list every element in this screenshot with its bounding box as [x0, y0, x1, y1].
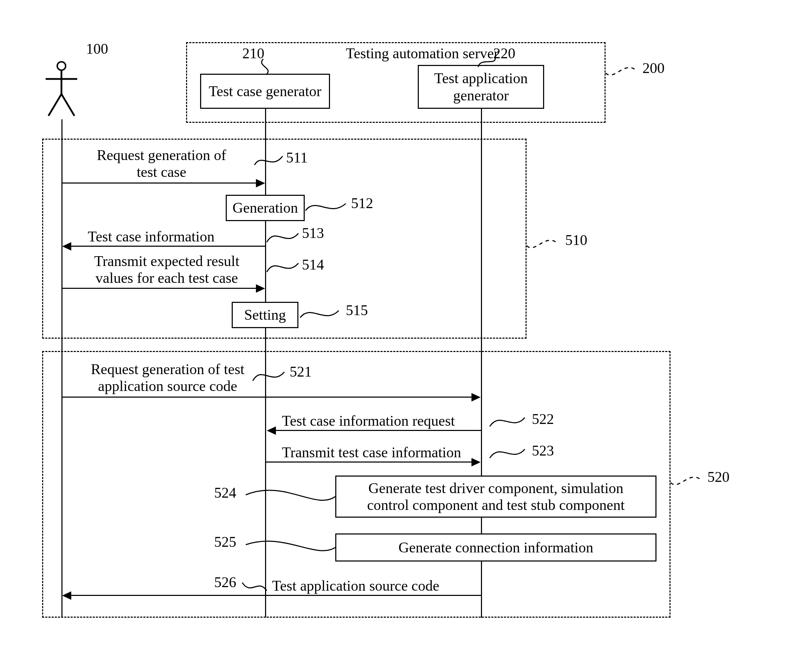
msg-523-text: Transmit test case information: [282, 444, 461, 461]
wave-515: [300, 305, 341, 323]
msg-511-text: Request generation oftest case: [74, 147, 249, 181]
msg-522-ref: 522: [532, 411, 554, 428]
arrow-523: [266, 462, 471, 462]
server-frame-title: Testing automation server: [346, 45, 499, 62]
activity-515-ref: 515: [346, 302, 368, 319]
activity-525: Generate connection information: [335, 534, 657, 561]
test-case-generator-label: Test case generator: [209, 83, 321, 100]
arrow-521: [62, 397, 471, 398]
activity-524: Generate test driver component, simulati…: [335, 475, 657, 518]
phase2-frame-ref-curve: [670, 472, 704, 496]
activity-515: Setting: [232, 302, 298, 328]
activity-524-l1: Generate test driver component, simulati…: [368, 480, 623, 496]
msg-511-ref: 511: [286, 149, 308, 166]
msg-521-text: Request generation of testapplication so…: [72, 361, 263, 395]
msg-521-ref: 521: [290, 363, 312, 380]
wave-523: [490, 444, 527, 463]
wave-511: [254, 151, 283, 168]
msg-513-text: Test case information: [88, 228, 215, 245]
activity-525-label: Generate connection information: [398, 539, 593, 556]
msg-514-text: Transmit expected resultvalues for each …: [72, 253, 261, 287]
activity-515-label: Setting: [244, 306, 286, 323]
arrow-526-head: [62, 591, 71, 600]
svg-line-4: [62, 94, 74, 116]
phase1-frame-ref-curve: [527, 235, 560, 260]
test-app-generator-label-l2: generator: [453, 87, 509, 104]
svg-point-0: [57, 62, 66, 70]
arrow-523-head: [471, 458, 481, 466]
arrow-521-head: [471, 393, 481, 402]
activity-512-label: Generation: [232, 199, 298, 216]
arrow-513-head: [62, 242, 71, 251]
msg-523-ref: 523: [532, 442, 554, 459]
activity-525-ref: 525: [214, 534, 236, 550]
activity-512-ref: 512: [351, 195, 373, 212]
svg-line-3: [49, 94, 62, 116]
user-ref-label: 100: [86, 41, 108, 57]
wave-512: [305, 198, 347, 216]
arrow-522-head: [267, 426, 276, 435]
wave-525: [246, 537, 335, 556]
activity-512: Generation: [226, 195, 305, 221]
arrow-513: [70, 246, 265, 247]
wave-210: [260, 59, 277, 75]
msg-514-ref: 514: [302, 256, 324, 273]
msg-522-text: Test case information request: [282, 412, 455, 429]
activity-524-ref: 524: [214, 484, 236, 501]
wave-522: [490, 412, 527, 432]
server-frame-ref-curve: [606, 62, 639, 87]
test-app-generator-box: Test application generator: [418, 65, 544, 109]
arrow-511: [62, 182, 256, 184]
msg-526-text: Test application source code: [272, 577, 439, 594]
phase1-frame-ref-label: 510: [565, 232, 587, 249]
msg-526-ref: 526: [214, 574, 236, 591]
activity-524-l2: control component and test stub componen…: [367, 497, 625, 513]
arrow-522: [274, 430, 481, 431]
test-case-generator-box: Test case generator: [200, 74, 330, 109]
wave-526: [242, 578, 269, 594]
test-app-generator-label-l1: Test application: [434, 70, 528, 86]
arrow-514: [62, 288, 256, 289]
server-frame-ref-label: 200: [642, 60, 665, 76]
arrow-526: [70, 595, 481, 596]
wave-521: [253, 367, 286, 384]
msg-513-ref: 513: [302, 225, 324, 241]
wave-513: [267, 228, 298, 246]
wave-220: [478, 57, 497, 68]
wave-514: [267, 258, 298, 277]
wave-524: [246, 486, 335, 507]
phase2-frame-ref-label: 520: [708, 469, 729, 485]
user-icon: [42, 60, 81, 119]
arrow-511-head: [256, 179, 265, 187]
